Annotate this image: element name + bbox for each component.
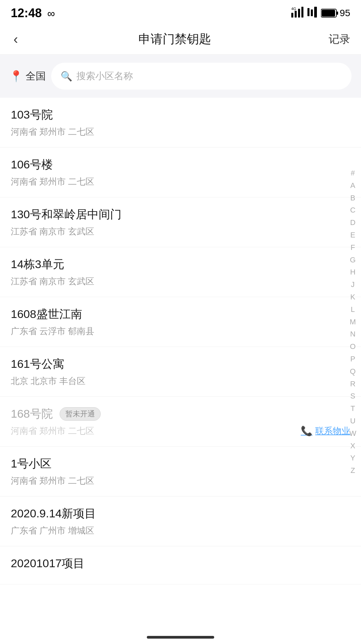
search-placeholder: 搜索小区名称 (76, 70, 133, 83)
status-left: 12:48 ∞ (11, 6, 55, 20)
item-location: 江苏省 南京市 玄武区 (11, 226, 350, 237)
location-label: 全国 (26, 69, 46, 83)
alpha-index-item[interactable]: G (348, 254, 358, 266)
search-icon: 🔍 (61, 71, 72, 82)
item-name: 1号小区 (11, 456, 52, 472)
status-icons: 4G 95 (291, 7, 350, 20)
item-header: 168号院暂未开通 (11, 406, 350, 422)
infinity-icon: ∞ (47, 7, 55, 20)
nav-bar: ‹ 申请门禁钥匙 记录 (0, 24, 361, 55)
alpha-index-item[interactable]: M (348, 316, 358, 328)
alpha-index-item[interactable]: F (349, 242, 357, 254)
svg-text:4G: 4G (291, 7, 296, 11)
back-button[interactable]: ‹ (11, 29, 21, 50)
item-location: 广东省 云浮市 郁南县 (11, 325, 350, 337)
item-name: 1608盛世江南 (11, 307, 82, 322)
alpha-index-item[interactable]: U (348, 415, 358, 427)
item-header: 103号院 (11, 107, 350, 123)
alpha-index-item[interactable]: T (349, 403, 357, 415)
item-name: 2020.9.14新项目 (11, 506, 96, 521)
item-header: 1号小区 (11, 456, 350, 472)
battery-icon: 95 (321, 8, 350, 19)
list-item[interactable]: 161号公寓北京 北京市 丰台区 (0, 347, 361, 397)
item-name: 20201017项目 (11, 556, 85, 571)
item-header: 2020.9.14新项目 (11, 506, 350, 521)
item-header: 1608盛世江南 (11, 307, 350, 322)
contact-label: 联系物业 (315, 425, 350, 437)
alpha-index-item[interactable]: D (348, 217, 358, 229)
alpha-index-item[interactable]: Y (348, 452, 357, 464)
alpha-index-item[interactable]: E (348, 229, 357, 241)
item-name: 14栋3单元 (11, 257, 64, 272)
list-item[interactable]: 2020.9.14新项目广东省 广州市 增城区 (0, 496, 361, 546)
alpha-index-item[interactable]: O (348, 341, 358, 353)
alpha-index-item[interactable]: W (347, 428, 358, 440)
alpha-index-item[interactable]: Z (349, 465, 357, 477)
alpha-index-item[interactable]: R (348, 378, 358, 390)
item-name: 161号公寓 (11, 356, 64, 372)
svg-rect-5 (307, 8, 309, 16)
bottom-indicator (147, 636, 214, 639)
item-tag: 暂未开通 (60, 407, 101, 421)
location-icon: 📍 (9, 70, 23, 83)
item-location: 河南省 郑州市 二七区 (11, 475, 350, 487)
item-header: 106号楼 (11, 157, 350, 172)
item-header: 130号和翠岭居中间门 (11, 207, 350, 222)
svg-rect-3 (301, 7, 303, 18)
svg-rect-0 (291, 13, 293, 18)
alpha-index-item[interactable]: J (349, 279, 357, 291)
svg-rect-1 (295, 11, 297, 18)
status-time: 12:48 (11, 6, 42, 20)
alphabet-index: #ABCDEFGHJKLMNOPQRSTUWXYZ (347, 167, 358, 477)
alpha-index-item[interactable]: X (348, 440, 357, 452)
list-item[interactable]: 20201017项目 (0, 546, 361, 584)
page-title: 申请门禁钥匙 (138, 31, 211, 47)
svg-rect-2 (298, 9, 300, 18)
svg-rect-7 (314, 7, 317, 18)
alpha-index-item[interactable]: Q (348, 366, 358, 378)
item-name: 168号院 (11, 406, 53, 422)
status-bar: 12:48 ∞ 4G 95 (0, 0, 361, 24)
list-item[interactable]: 103号院河南省 郑州市 二七区 (0, 98, 361, 148)
item-name: 106号楼 (11, 157, 53, 172)
list-container: 103号院河南省 郑州市 二七区 106号楼河南省 郑州市 二七区 130号和翠… (0, 98, 361, 584)
svg-rect-10 (337, 11, 338, 15)
alpha-index-item[interactable]: # (349, 167, 357, 179)
item-header: 20201017项目 (11, 556, 350, 571)
alpha-index-item[interactable]: S (348, 390, 357, 402)
alpha-index-item[interactable]: N (348, 328, 358, 340)
alpha-index-item[interactable]: H (348, 266, 358, 278)
list-item[interactable]: 1608盛世江南广东省 云浮市 郁南县 (0, 297, 361, 347)
record-button[interactable]: 记录 (329, 32, 350, 47)
search-box[interactable]: 🔍 搜索小区名称 (51, 63, 352, 90)
alpha-index-item[interactable]: A (348, 180, 357, 192)
list-item[interactable]: 14栋3单元江苏省 南京市 玄武区 (0, 247, 361, 297)
alpha-index-item[interactable]: K (348, 291, 357, 303)
phone-icon: 📞 (301, 425, 313, 437)
svg-rect-6 (311, 9, 313, 16)
list-item[interactable]: 1号小区河南省 郑州市 二七区 (0, 447, 361, 496)
alpha-index-item[interactable]: L (349, 304, 357, 316)
wifi-icon (307, 7, 318, 20)
item-location: 北京 北京市 丰台区 (11, 375, 350, 387)
alpha-index-item[interactable]: C (348, 204, 358, 216)
contact-button[interactable]: 📞 联系物业 (301, 425, 350, 437)
item-header: 161号公寓 (11, 356, 350, 372)
svg-rect-9 (322, 10, 335, 17)
item-location: 河南省 郑州市 二七区 (11, 176, 350, 188)
item-header: 14栋3单元 (11, 257, 350, 272)
item-name: 103号院 (11, 107, 53, 123)
search-area: 📍 全国 🔍 搜索小区名称 (0, 55, 361, 98)
alpha-index-item[interactable]: B (348, 192, 357, 204)
item-location: 河南省 郑州市 二七区 (11, 425, 350, 437)
alpha-index-item[interactable]: P (348, 353, 357, 365)
list-item[interactable]: 130号和翠岭居中间门江苏省 南京市 玄武区 (0, 197, 361, 247)
item-location: 广东省 广州市 增城区 (11, 525, 350, 537)
item-name: 130号和翠岭居中间门 (11, 207, 122, 222)
signal-icon: 4G (291, 7, 303, 20)
item-location: 江苏省 南京市 玄武区 (11, 276, 350, 287)
list-item[interactable]: 106号楼河南省 郑州市 二七区 (0, 148, 361, 197)
item-location: 河南省 郑州市 二七区 (11, 126, 350, 138)
location-button[interactable]: 📍 全国 (9, 69, 46, 83)
list-item: 168号院暂未开通河南省 郑州市 二七区 📞 联系物业 (0, 397, 361, 447)
